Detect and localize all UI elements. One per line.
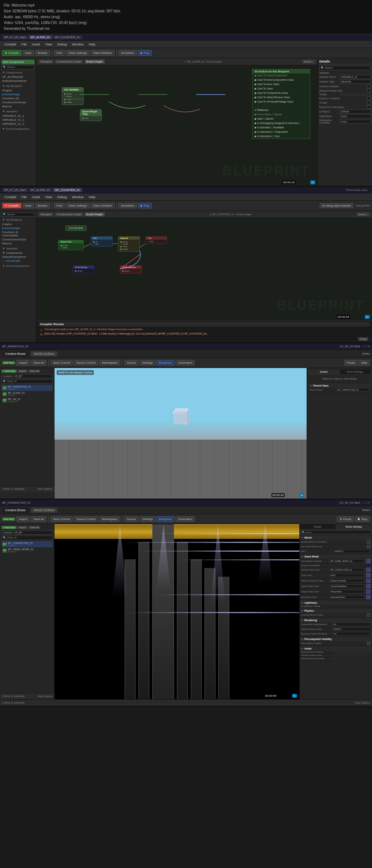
p2-node-set[interactable]: Set ▶ In ○ Val bbox=[91, 236, 113, 247]
p2-node-destroy[interactable]: DestroyActor ▶ Exec bbox=[120, 265, 142, 273]
ws-pawn-nav[interactable]: → bbox=[366, 568, 371, 572]
ws-precomputed-section[interactable]: Precomputed Visibility bbox=[300, 637, 372, 641]
p3-save-all[interactable]: Save All bbox=[31, 360, 46, 365]
p2-sidebar-graphs[interactable]: Graphs bbox=[1, 222, 35, 226]
replication-cond-value[interactable]: None bbox=[340, 120, 371, 124]
p3-asset-search[interactable]: 🔍 Filters ▼ bbox=[1, 379, 53, 384]
ws-player-state-value[interactable]: PlayerState bbox=[329, 590, 364, 593]
p2-sidebar-construction[interactable]: ConstructionScript bbox=[1, 237, 35, 241]
sidebar-item-constructionscript[interactable]: ConstructionScript bbox=[1, 100, 35, 104]
expose-cine-checkbox[interactable] bbox=[367, 105, 371, 109]
menu-compile[interactable]: Compile bbox=[2, 42, 19, 47]
p2-node-event-tick[interactable]: Event Tick ▶ Exec ○ Delta bbox=[58, 240, 84, 250]
p3-tab-world-settings[interactable]: World Settings bbox=[340, 369, 371, 374]
ws-tab-details[interactable]: Details bbox=[300, 524, 336, 529]
p3-tab-content[interactable]: Content Brwsr bbox=[2, 351, 29, 356]
sidebar-item-graphs[interactable]: Graphs bbox=[1, 88, 35, 92]
instance-editable-checkbox[interactable] bbox=[367, 84, 371, 88]
viewport-tab-event-graph[interactable]: Event Graph bbox=[85, 60, 105, 64]
ws-spectator-nav[interactable]: → bbox=[366, 595, 371, 599]
var-type-value[interactable]: eBoolVar bbox=[340, 80, 371, 84]
menu-debug[interactable]: Debug bbox=[55, 42, 69, 47]
p4-view-options[interactable]: View Options bbox=[37, 695, 52, 697]
search-components[interactable]: 🔍 Search bbox=[1, 65, 35, 69]
p2-debug-dropdown[interactable]: No debug object selected bbox=[320, 203, 353, 208]
p3-window-controls[interactable]: — □ ✕ bbox=[362, 345, 370, 348]
sidebar-item-macros[interactable]: Macros bbox=[1, 104, 35, 108]
p2-vt-event-graph[interactable]: Event Graph bbox=[85, 212, 105, 216]
sidebar-item-eventgraph[interactable]: ▸ EventGraph bbox=[1, 92, 35, 96]
menu-file[interactable]: File bbox=[19, 42, 29, 47]
p3-tab-details[interactable]: Details bbox=[308, 369, 340, 374]
p2-find-button[interactable]: Find bbox=[54, 203, 65, 208]
ws-rendering-section[interactable]: Rendering bbox=[300, 618, 372, 622]
p4-save-current[interactable]: Save Current bbox=[50, 516, 73, 522]
class-defaults-button[interactable]: Class Defaults bbox=[90, 50, 114, 56]
p3-marketplace[interactable]: Marketplace bbox=[99, 360, 120, 365]
ws-gamemode-override-value[interactable]: BP_GAME_MODE_01 bbox=[329, 559, 364, 563]
play-button[interactable]: ▶ Play bbox=[138, 50, 152, 56]
p2-menu-compile[interactable]: Compile bbox=[2, 195, 19, 200]
private-checkbox[interactable] bbox=[367, 101, 371, 104]
p4-cb-import[interactable]: Import bbox=[17, 526, 28, 529]
ws-game-state-nav[interactable]: → bbox=[366, 584, 371, 588]
p4-tab-outliner[interactable]: World Outliner bbox=[31, 508, 57, 513]
ws-precomputed-check[interactable] bbox=[367, 641, 371, 645]
browse-button[interactable]: Browse bbox=[35, 50, 50, 56]
p2-menu-debug[interactable]: Debug bbox=[55, 195, 69, 200]
p2-sidebar-counter[interactable]: — COUNTER bbox=[1, 259, 35, 263]
p4-asset-search[interactable]: 🔍 Filters ▼ bbox=[1, 536, 53, 540]
blueprint-canvas-2[interactable]: COUNTER Event Tick ▶ Exec ○ Delta Set ▶ … bbox=[36, 218, 372, 320]
p2-tab-1[interactable]: BP_07_05_Start bbox=[2, 188, 28, 192]
ws-world-composition-check[interactable] bbox=[367, 540, 371, 544]
p2-sidebar-eventgraph[interactable]: ▸ EventGraph bbox=[1, 226, 35, 230]
p2-vt-viewport[interactable]: Viewport bbox=[39, 212, 53, 216]
p4-cb-save-all[interactable]: Save All bbox=[28, 526, 40, 529]
simulation-button[interactable]: Simulation bbox=[118, 50, 137, 56]
var-name-value[interactable]: VARIABLE_01 bbox=[340, 75, 371, 79]
p4-source-control[interactable]: Source Control bbox=[74, 516, 98, 522]
p4-marketplace[interactable]: Marketplace bbox=[99, 516, 120, 522]
p3-asset-altar[interactable]: BP BP_ALTAR_01 Blueprint bbox=[1, 391, 53, 397]
p2-simulation-button[interactable]: Simulation bbox=[118, 203, 137, 208]
p3-asset-lm[interactable]: BP BP_LM_01 Blueprint bbox=[1, 397, 53, 403]
ws-spectator-value[interactable]: SpectatorPawn bbox=[329, 595, 364, 599]
p2-menu-asset[interactable]: Asset bbox=[30, 195, 43, 200]
sidebar-item-var2[interactable]: VARIABLE_01_2 bbox=[1, 118, 35, 122]
p3-save-current[interactable]: Save Current bbox=[50, 360, 73, 365]
p4-cb-add-new[interactable]: + Add New bbox=[1, 526, 17, 529]
p2-menu-help[interactable]: Help bbox=[86, 195, 98, 200]
bp-node-4[interactable]: Set Variable ▶ Exec ○ Value bbox=[62, 87, 84, 99]
viewport-tab-viewport[interactable]: Viewport bbox=[39, 60, 53, 64]
sidebar-item-var1[interactable]: VARIABLE_01_1 bbox=[1, 114, 35, 118]
p4-asset-gamemode[interactable]: BP BP_GAME_MODE_01 Blueprint bbox=[1, 547, 53, 553]
p3-source[interactable]: Source bbox=[124, 360, 138, 365]
p4-window-controls[interactable]: — □ ✕ bbox=[362, 501, 370, 504]
p4-add-new[interactable]: Add New bbox=[2, 517, 15, 521]
dark-scene-viewport[interactable]: 00:00:59 in bbox=[54, 524, 299, 699]
p3-source-control[interactable]: Source Control bbox=[74, 360, 98, 365]
p2-search-components[interactable]: 🔍 Search bbox=[1, 212, 35, 217]
blueprint-readonly-checkbox[interactable] bbox=[367, 89, 371, 92]
ws-player-state-nav[interactable]: → bbox=[366, 589, 371, 594]
tab-bp-07-05-start[interactable]: BP_07_05_Start bbox=[2, 35, 28, 39]
p3-settings[interactable]: Settings bbox=[140, 360, 155, 365]
p2-sidebar-defaultroot[interactable]: DefaultSceneRoot bbox=[1, 255, 35, 259]
add-component-button[interactable]: Add Component bbox=[1, 60, 35, 64]
clear-button[interactable]: Clear bbox=[358, 337, 368, 341]
p4-settings[interactable]: Settings bbox=[140, 516, 155, 522]
p4-source[interactable]: Source bbox=[124, 516, 138, 522]
ws-dynamic-indirect-value[interactable]: 0.0 bbox=[332, 632, 371, 636]
p4-view-options-bottom[interactable]: View Options bbox=[355, 701, 370, 704]
p2-play-button[interactable]: ▶ Play bbox=[138, 203, 152, 208]
tab-bp-altar-01[interactable]: BP_ALTAR_01 bbox=[29, 35, 52, 39]
viewport-3d-3[interactable]: Shift+F1 for Mouse Cursor 00:00:49 in bbox=[54, 368, 307, 499]
p2-save-button[interactable]: Save bbox=[23, 203, 34, 208]
p4-import[interactable]: Import bbox=[16, 516, 30, 522]
p4-cinematics[interactable]: Cinematics bbox=[175, 516, 195, 522]
bp-node-1[interactable]: Event Begin Play ▶ Out bbox=[80, 109, 102, 121]
p2-tab-3[interactable]: BP_COUNTER_01 bbox=[53, 188, 82, 192]
class-settings-button[interactable]: Class Settings bbox=[66, 50, 89, 56]
ws-player-controller-value[interactable]: PlayerController bbox=[329, 579, 364, 583]
p3-cb-save-all[interactable]: Save All bbox=[28, 369, 40, 373]
